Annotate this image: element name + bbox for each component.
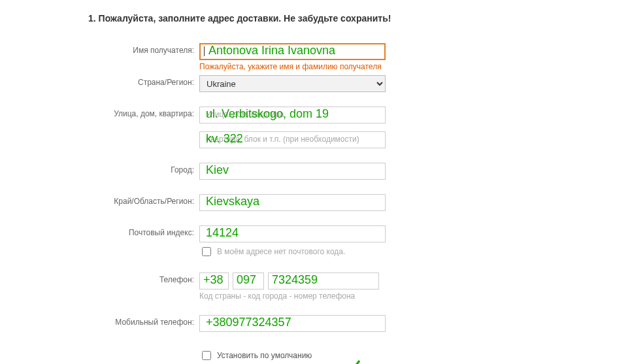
label-postcode: Почтовый индекс: [88, 225, 199, 237]
street1-input[interactable] [199, 107, 386, 124]
label-mobile: Мобильный телефон: [88, 315, 199, 327]
country-select[interactable]: Ukraine [199, 75, 386, 92]
street2-input[interactable] [199, 131, 386, 148]
label-street: Улица, дом, квартира: [88, 107, 199, 118]
no-postcode-label: В моём адресе нет почтового кода. [217, 247, 345, 256]
phone-country-input[interactable] [199, 273, 229, 290]
set-default-checkbox[interactable] [202, 351, 211, 360]
city-input[interactable] [199, 163, 386, 180]
label-country: Страна/Регион: [88, 75, 199, 87]
region-input[interactable] [199, 194, 386, 211]
label-recipient: Имя получателя: [88, 43, 199, 55]
phone-number-input[interactable] [268, 273, 379, 290]
mobile-input[interactable] [199, 315, 386, 332]
no-postcode-checkbox[interactable] [202, 247, 211, 256]
label-city: Город: [88, 163, 199, 174]
phone-hint: Код страны - код города - номер телефона [199, 291, 379, 301]
postcode-input[interactable] [199, 225, 386, 242]
form-heading: 1. Пожалуйста, заполните адрес доставки.… [88, 13, 630, 24]
recipient-input[interactable] [199, 43, 386, 60]
recipient-error-msg: Пожалуйста, укажите имя и фамилию получа… [199, 62, 386, 71]
phone-area-input[interactable] [233, 273, 264, 290]
label-region: Край/Область/Регион: [88, 194, 199, 206]
label-phone: Телефон: [88, 273, 199, 284]
set-default-label: Установить по умолчанию [217, 351, 312, 360]
